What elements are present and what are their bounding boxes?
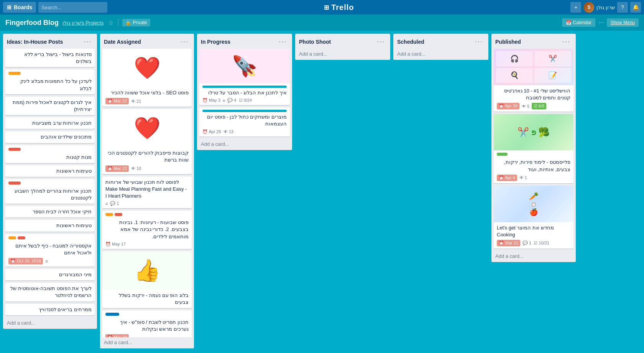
ideas-list-cards: סדנאות בישול - בישול בריא ללא בשלנים לעד… bbox=[3, 49, 97, 318]
star-button[interactable]: ☆ bbox=[107, 18, 114, 27]
board-owner-link[interactable]: שרון גולן's Projects bbox=[62, 20, 104, 26]
description-icon: ≡ bbox=[223, 98, 225, 103]
avatar[interactable]: S bbox=[583, 2, 594, 13]
boards-label: Boards bbox=[14, 4, 32, 10]
date-assigned-menu-button[interactable]: ··· bbox=[179, 37, 190, 46]
plus-icon: + bbox=[574, 4, 577, 10]
date-badge: ⏰ May 17 bbox=[105, 242, 126, 247]
list-item[interactable]: פוסט שבועות - רעיונות: 1. גבינות בצבעים.… bbox=[102, 211, 192, 249]
trello-logo-text: Trello bbox=[331, 3, 354, 12]
list-item[interactable]: איך לגרום לקטנים לאכול פירות (ממת יצירתי… bbox=[5, 97, 95, 115]
in-progress-cards: 🚀 איך לתכנן את הבלוג - הסבר על טרלו ⏰ Ma… bbox=[197, 49, 292, 139]
board-content: Ideas: In-House Posts ··· סדנאות בישול -… bbox=[0, 31, 644, 353]
date-badge: ⏰ Apr 26 bbox=[202, 129, 221, 134]
user-name-label: שרון גולן bbox=[596, 5, 615, 10]
help-button[interactable]: ? bbox=[617, 2, 628, 13]
comments-badge: 💬 1 bbox=[110, 201, 119, 206]
list-item[interactable]: מנות קטנות bbox=[5, 145, 95, 163]
add-card-button-progress[interactable]: Add a card... bbox=[197, 139, 292, 150]
list-item[interactable]: 👍 בלוג הופ עם נעמה - ירקות בשלל צבעים bbox=[102, 251, 192, 308]
scheduled-title: Scheduled bbox=[397, 39, 424, 45]
checklist-badge: ☑ 10/21 bbox=[534, 241, 549, 246]
show-menu-button[interactable]: Show Menu bbox=[607, 18, 639, 27]
checklist-badge: ☑ 6/6 bbox=[532, 103, 546, 109]
published-menu-button[interactable]: ··· bbox=[561, 37, 572, 46]
due-date-badge: ⏰ Oct 26, 2016 bbox=[8, 258, 43, 264]
add-card-button-date[interactable]: Add a card... bbox=[100, 337, 194, 348]
date-assigned-cards: ❤️ פוסט SEO - בלוגי אוכל ששווה להכיר ⏰ M… bbox=[100, 49, 194, 337]
in-progress-list: In Progress ··· 🚀 איך לתכנן את הבלוג - ה… bbox=[197, 34, 292, 150]
ideas-list-menu-button[interactable]: ··· bbox=[82, 37, 93, 46]
photo-shoot-menu-button[interactable]: ··· bbox=[375, 37, 386, 46]
views-badge: 👁 13 bbox=[223, 129, 233, 134]
list-item[interactable]: ✂️ פ 🥦 פלייסמטס - לימוד פירות, ירקות, צב… bbox=[494, 114, 573, 183]
due-date-badge: ⏰ Mar 22 bbox=[497, 240, 520, 246]
list-item[interactable]: 🚀 איך לתכנן את הבלוג - הסבר על טרלו ⏰ Ma… bbox=[199, 49, 290, 105]
add-card-button-published[interactable]: Add a card... bbox=[491, 251, 576, 262]
list-item[interactable]: תכנון תפריט לשבת / סופ"ש - איך נערכים מר… bbox=[102, 310, 192, 337]
date-badge: ⏰ May 3 bbox=[202, 98, 220, 103]
due-date-badge: ⏰ Apr 20 bbox=[497, 103, 519, 109]
ideas-list-header: Ideas: In-House Posts ··· bbox=[3, 34, 97, 49]
calendar-icon: 📅 bbox=[566, 20, 572, 25]
list-item[interactable]: ❤️ פוסט SEO - בלוגי אוכל ששווה להכיר ⏰ M… bbox=[102, 49, 192, 107]
list-item[interactable]: טעימות ראשונות bbox=[5, 165, 95, 177]
scheduled-menu-button[interactable]: ··· bbox=[473, 37, 485, 46]
add-card-button[interactable]: Add a card... bbox=[3, 318, 97, 329]
views-badge: 👁 21 bbox=[131, 99, 141, 104]
list-item[interactable]: מיני המבורגרים bbox=[5, 269, 95, 280]
add-card-button-photo[interactable]: Add a card... bbox=[295, 49, 390, 60]
add-button[interactable]: + bbox=[570, 2, 581, 13]
in-progress-title: In Progress bbox=[201, 39, 230, 45]
published-list: Published ··· 🎧 ✂️ 🍳 📝 הווישליסט שלי #1 … bbox=[491, 34, 576, 262]
show-menu-label: Show Menu bbox=[611, 20, 635, 25]
list-item[interactable]: ממרחים בריאים לסנדוויץ bbox=[5, 304, 95, 315]
board-header: Fingerfood Blog שרון גולן's Projects ☆ 🔒… bbox=[0, 15, 644, 31]
in-progress-menu-button[interactable]: ··· bbox=[277, 37, 288, 46]
due-date-badge: ⏰ Mar 29 bbox=[105, 334, 129, 337]
boards-grid-icon: ⊞ bbox=[7, 4, 12, 10]
due-date-badge: ⏰ Mar 22 bbox=[105, 98, 129, 104]
lock-icon: 🔒 bbox=[125, 20, 131, 25]
list-item[interactable]: תיקי אוכל חזרה לבית הספר bbox=[5, 206, 95, 218]
list-item[interactable]: מוצרים ומשחקים כחול לבן - פוסט יום העצמא… bbox=[199, 107, 290, 136]
comments-badge: 💬 4 bbox=[227, 98, 236, 103]
board-title[interactable]: Fingerfood Blog bbox=[5, 19, 59, 27]
list-item[interactable]: תכנון ארוחות צהריים למהלך השבוע לקטנטנים bbox=[5, 179, 95, 204]
boards-button[interactable]: ⊞ Boards bbox=[3, 2, 36, 13]
list-item[interactable]: ❤️ קבוצות פייסבוק להורים לקטנטנים הכי שו… bbox=[102, 109, 192, 174]
scheduled-header: Scheduled ··· bbox=[393, 34, 488, 49]
add-card-button-scheduled[interactable]: Add a card... bbox=[393, 49, 488, 60]
list-item[interactable]: לערך את הפוסט תשובה-אוטומטית של הרשמים ל… bbox=[5, 283, 95, 301]
list-item[interactable]: 🥕 📋 🍎 Let's get מחדש את המוצר Cooking ⏰ … bbox=[494, 186, 573, 249]
scheduled-list: Scheduled ··· Add a card... bbox=[393, 34, 488, 60]
header-right-actions: 📅 Calendar ··· Show Menu bbox=[562, 18, 639, 27]
list-item[interactable]: טעימות ראשונות bbox=[5, 220, 95, 231]
nav-logo-area: ⊞ Trello bbox=[110, 3, 568, 12]
calendar-label: Calendar bbox=[573, 20, 592, 25]
list-item[interactable]: 🎧 ✂️ 🍳 📝 הווישליסט שלי #1 - 10 גאדג'טיס … bbox=[494, 49, 573, 112]
ideas-list-title: Ideas: In-House Posts bbox=[7, 39, 63, 45]
visibility-button[interactable]: 🔒 Private bbox=[122, 19, 150, 26]
list-item[interactable]: לפוסט לוח תכנון שבועי של ארוחות Make Mea… bbox=[102, 176, 192, 209]
due-date-badge: ⏰ Apr 4 bbox=[497, 175, 517, 181]
bell-icon: 🔔 bbox=[632, 4, 639, 10]
in-progress-header: In Progress ··· bbox=[197, 34, 292, 49]
menu-icon: ≡ bbox=[45, 259, 48, 264]
trello-logo-icon: ⊞ bbox=[324, 4, 329, 11]
checklist-badge: ☑ 0/24 bbox=[239, 98, 252, 103]
notification-button[interactable]: 🔔 bbox=[630, 2, 641, 13]
list-item[interactable]: סדנאות בישול - בישול בריא ללא בשלנים bbox=[5, 49, 95, 67]
list-item[interactable]: מתכונים שילדים אוהבים bbox=[5, 131, 95, 143]
list-item[interactable]: תכנון ארוחות ערב משביעות bbox=[5, 117, 95, 129]
nav-right-actions: + S שרון גולן ? 🔔 bbox=[570, 2, 641, 13]
calendar-button[interactable]: 📅 Calendar bbox=[562, 18, 596, 27]
list-item[interactable]: אקססוריה למטבח - כיף לבשל איתם ולאכול אי… bbox=[5, 234, 95, 267]
description-icon: ≡ bbox=[105, 201, 108, 206]
search-input[interactable] bbox=[38, 2, 107, 13]
top-navigation: ⊞ Boards ⊞ Trello + S שרון גולן ? 🔔 bbox=[0, 0, 644, 15]
photo-shoot-title: Photo Shoot bbox=[299, 39, 331, 45]
photo-shoot-header: Photo Shoot ··· bbox=[295, 34, 390, 49]
list-item[interactable]: לעדכן על כל התמונות מבלוג לינק לבלוג bbox=[5, 69, 95, 94]
views-badge: 👁 5 bbox=[522, 104, 529, 109]
